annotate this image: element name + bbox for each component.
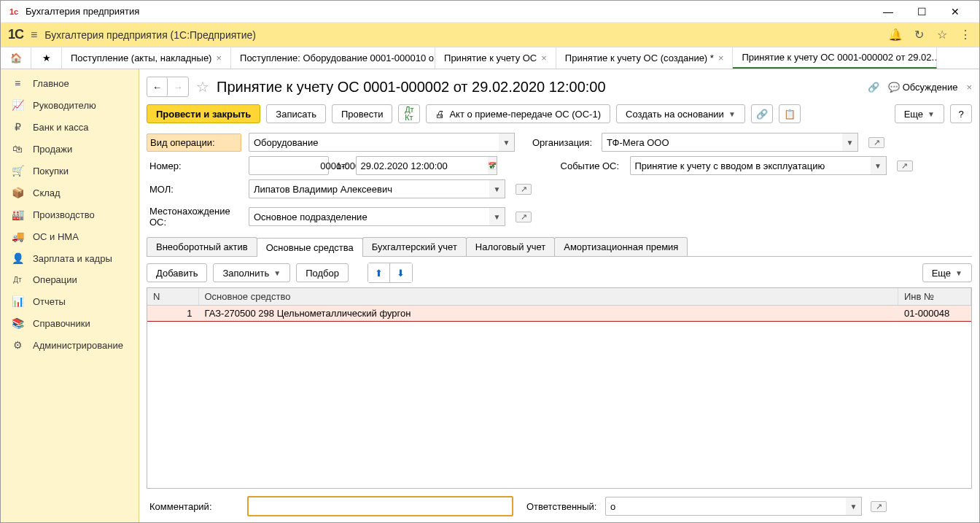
open-ref-icon[interactable]: ↗ (516, 184, 532, 195)
ruble-icon: ₽ (11, 121, 24, 133)
open-ref-icon[interactable]: ↗ (868, 137, 884, 148)
mol-label: МОЛ: (147, 181, 241, 198)
post-and-close-button[interactable]: Провести и закрыть (147, 104, 260, 123)
responsible-input[interactable] (610, 498, 841, 514)
dtkt-button[interactable]: ДтКт (398, 104, 420, 123)
itab-fixed-assets[interactable]: Основные средства (257, 238, 363, 257)
print-act-button[interactable]: 🖨Акт о приеме-передаче ОС (ОС-1) (426, 104, 610, 123)
post-button[interactable]: Провести (332, 104, 393, 123)
itab-amort[interactable]: Амортизационная премия (554, 237, 688, 256)
save-button[interactable]: Записать (266, 104, 326, 123)
clipboard-button[interactable]: 📋 (779, 104, 801, 123)
more-icon[interactable]: ⋮ (959, 28, 972, 42)
dropdown-icon[interactable]: ▼ (499, 133, 515, 152)
more-button[interactable]: Еще▼ (895, 104, 944, 123)
sidebar-item-admin[interactable]: ⚙Администрирование (1, 334, 139, 356)
org-input[interactable] (607, 134, 838, 150)
inner-tabs: Внеоборотный актив Основные средства Бух… (147, 237, 972, 257)
col-inv[interactable]: Инв № (898, 288, 971, 306)
table-more-button[interactable]: Еще▼ (922, 263, 972, 282)
status-icon: ✔ (489, 160, 497, 171)
related-button[interactable]: 🔗 (751, 104, 773, 123)
tab-4[interactable]: Принятие к учету ОС 0001-000002 от 29.02… (733, 47, 937, 69)
create-based-button[interactable]: Создать на основании▼ (616, 104, 745, 123)
history-icon[interactable]: ↻ (912, 28, 925, 42)
move-down-button[interactable]: ⬇ (390, 263, 412, 282)
open-ref-icon[interactable]: ↗ (871, 501, 887, 512)
minimize-button[interactable]: — (871, 1, 905, 23)
link-icon[interactable]: 🔗 (868, 82, 879, 93)
col-n[interactable]: N (147, 288, 198, 306)
pick-button[interactable]: Подбор (296, 263, 349, 282)
app-header: 1C ≡ Бухгалтерия предприятия (1С:Предпри… (1, 23, 979, 47)
favorite-star-icon[interactable]: ☆ (196, 78, 209, 96)
page-close-icon[interactable]: × (966, 82, 972, 93)
tab-close-icon[interactable]: × (216, 53, 222, 63)
from-label: от: (336, 160, 349, 171)
sidebar-item-sales[interactable]: 🛍Продажи (1, 138, 139, 160)
sidebar-item-main[interactable]: ≡Главное (1, 72, 139, 94)
sidebar-item-operations[interactable]: ДтОперации (1, 269, 139, 290)
nav-forward-button[interactable]: → (168, 77, 188, 96)
fill-button[interactable]: Заполнить▼ (213, 263, 290, 282)
person-icon: 👤 (11, 252, 24, 264)
operation-type-input[interactable] (254, 134, 494, 150)
home-tab[interactable]: 🏠 (1, 47, 31, 69)
nav-back-button[interactable]: ← (147, 77, 168, 96)
bars-icon: 📊 (11, 295, 24, 307)
event-label: Событие ОС: (561, 160, 623, 171)
dropdown-icon[interactable]: ▼ (842, 133, 858, 152)
box-icon: 📦 (11, 187, 24, 198)
responsible-label: Ответственный: (526, 501, 599, 512)
sidebar-item-warehouse[interactable]: 📦Склад (1, 182, 139, 204)
star-icon[interactable]: ☆ (936, 28, 949, 42)
sidebar-item-production[interactable]: 🏭Производство (1, 204, 139, 225)
table-row[interactable]: 1 ГАЗ-270500 298 Цельнометаллический фур… (147, 306, 971, 322)
itab-noncurrent[interactable]: Внеоборотный актив (147, 237, 257, 256)
tab-2[interactable]: Принятие к учету ОС× (435, 47, 556, 69)
dropdown-icon[interactable]: ▼ (846, 497, 862, 516)
dtkt-icon: Дт (11, 276, 24, 284)
list-icon: ≡ (11, 77, 24, 89)
dropdown-icon[interactable]: ▼ (489, 207, 505, 226)
bell-icon[interactable]: 🔔 (889, 28, 902, 42)
event-input[interactable] (635, 158, 866, 174)
help-button[interactable]: ? (950, 104, 972, 123)
tab-0[interactable]: Поступление (акты, накладные)× (62, 47, 231, 69)
tab-close-icon[interactable]: × (718, 53, 724, 63)
sidebar-item-assets[interactable]: 🚚ОС и НМА (1, 225, 139, 247)
tab-3[interactable]: Принятие к учету ОС (создание) *× (556, 47, 734, 69)
itab-tax[interactable]: Налоговый учет (466, 237, 555, 256)
header-title: Бухгалтерия предприятия (1С:Предприятие) (44, 29, 882, 41)
assets-table[interactable]: N Основное средство Инв № 1 ГАЗ-270500 2… (147, 288, 971, 322)
itab-accounting[interactable]: Бухгалтерский учет (362, 237, 467, 256)
mol-input[interactable] (254, 181, 485, 197)
sidebar-item-purchases[interactable]: 🛒Покупки (1, 160, 139, 182)
comment-input[interactable] (253, 498, 508, 514)
move-up-button[interactable]: ⬆ (368, 263, 390, 282)
tab-1[interactable]: Поступление: Оборудование 0001-000010 о…… (231, 47, 435, 69)
tab-close-icon[interactable]: × (541, 53, 547, 63)
location-input[interactable] (254, 209, 485, 225)
discuss-button[interactable]: 💬Обсуждение (888, 82, 958, 93)
menu-icon[interactable]: ≡ (31, 28, 37, 42)
col-asset[interactable]: Основное средство (198, 288, 898, 306)
sidebar-item-catalogs[interactable]: 📚Справочники (1, 312, 139, 334)
gear-icon: ⚙ (11, 339, 24, 351)
close-button[interactable]: ✕ (938, 1, 972, 23)
add-row-button[interactable]: Добавить (147, 263, 207, 282)
sidebar-item-payroll[interactable]: 👤Зарплата и кадры (1, 247, 139, 269)
open-ref-icon[interactable]: ↗ (516, 212, 532, 222)
sidebar-item-bank[interactable]: ₽Банк и касса (1, 116, 139, 138)
favorites-tab[interactable]: ★ (31, 47, 62, 69)
sidebar-item-manager[interactable]: 📈Руководителю (1, 94, 139, 116)
dropdown-icon[interactable]: ▼ (489, 179, 505, 198)
maximize-button[interactable]: ☐ (905, 1, 938, 23)
dropdown-icon[interactable]: ▼ (871, 156, 887, 175)
date-input[interactable] (361, 158, 483, 174)
factory-icon: 🏭 (11, 209, 24, 220)
open-ref-icon[interactable]: ↗ (897, 160, 913, 171)
books-icon: 📚 (11, 317, 24, 329)
location-label: Местонахождение ОС: (147, 203, 241, 230)
sidebar-item-reports[interactable]: 📊Отчеты (1, 290, 139, 312)
